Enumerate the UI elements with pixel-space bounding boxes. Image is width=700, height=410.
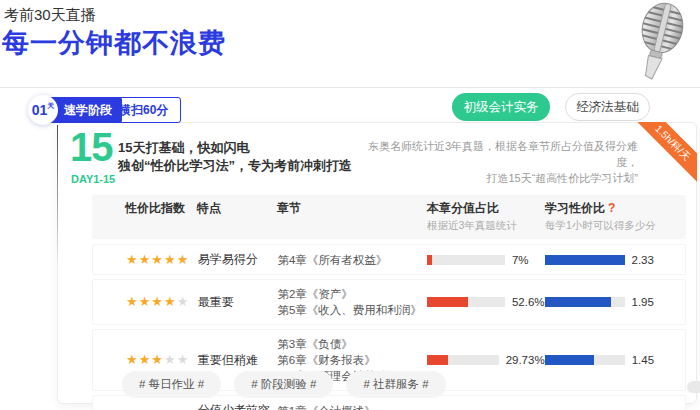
row-chapters: 第1章《会计概述》第8章《政府会计基础》 bbox=[277, 403, 426, 410]
score-share-value: 29.73% bbox=[506, 354, 545, 366]
ratio-bar bbox=[545, 297, 625, 307]
help-icon[interactable]: ? bbox=[608, 201, 615, 215]
header-index: 性价比指数 bbox=[125, 200, 197, 217]
page-subtitle: 考前30天直播 bbox=[4, 6, 96, 25]
score-share-value: 7% bbox=[512, 254, 529, 266]
table-row: ★★★★★ 最重要 第2章《资产》第5章《收入、费用和利润》 52.6% 1.9… bbox=[92, 279, 686, 325]
header-chapter: 章节 bbox=[277, 200, 427, 217]
tag-community-service[interactable]: # 社群服务 # bbox=[346, 371, 445, 398]
score-share-bar bbox=[427, 297, 505, 307]
row-chapters: 第4章《所有者权益》 bbox=[277, 252, 426, 268]
day-number: 15 bbox=[70, 125, 113, 170]
ratio-value: 2.33 bbox=[632, 254, 654, 266]
table-row: ★★★★★ 易学易得分 第4章《所有者权益》 7% 2.33 bbox=[92, 244, 686, 275]
corner-ribbon: 1.5h/科/天 bbox=[631, 122, 697, 188]
chapter-line: 第2章《资产》 bbox=[277, 286, 426, 302]
header-feature: 特点 bbox=[197, 200, 277, 217]
star-icon: ★ bbox=[164, 294, 177, 309]
tag-daily-homework[interactable]: # 每日作业 # bbox=[122, 371, 221, 398]
row-feature: 分值少考前突击 bbox=[198, 402, 278, 410]
star-icon: ★ bbox=[139, 352, 152, 367]
stage-unit: 天 bbox=[47, 101, 54, 111]
row-feature: 最重要 bbox=[198, 294, 278, 311]
stage-number-badge: 01天 bbox=[28, 95, 58, 125]
note-line: 打造15天“超高性价比学习计划” bbox=[358, 170, 638, 186]
header-ratio-sub: 每学1小时可以得多少分 bbox=[545, 219, 686, 233]
star-icon: ★ bbox=[126, 294, 139, 309]
score-share-value: 52.6% bbox=[512, 296, 545, 308]
star-icon: ★ bbox=[139, 294, 152, 309]
partial-element bbox=[687, 381, 700, 393]
service-tags: # 每日作业 # # 阶段测验 # # 社群服务 # bbox=[122, 371, 446, 398]
tab-subject-law[interactable]: 经济法基础 bbox=[565, 93, 650, 121]
star-rating: ★★★★★ bbox=[93, 353, 198, 367]
chapter-line: 第3章《负债》 bbox=[277, 336, 426, 352]
ribbon-label: 1.5h/科/天 bbox=[631, 122, 697, 186]
microphone-image bbox=[602, 0, 694, 84]
ratio-bar bbox=[545, 255, 625, 265]
star-icon: ★ bbox=[177, 294, 190, 309]
header-score-share: 本章分值占比 bbox=[427, 200, 545, 217]
ratio-value: 1.45 bbox=[632, 354, 654, 366]
star-icon: ★ bbox=[151, 252, 164, 267]
score-share-bar bbox=[427, 355, 499, 365]
card-note: 东奥名师统计近3年真题，根据各章节所占分值及得分难度， 打造15天“超高性价比学… bbox=[358, 138, 638, 186]
star-icon: ★ bbox=[126, 352, 139, 367]
star-icon: ★ bbox=[177, 352, 190, 367]
row-feature: 重要但稍难 bbox=[198, 352, 278, 369]
star-rating: ★★★★★ bbox=[93, 253, 198, 267]
page-title: 每一分钟都不浪费 bbox=[2, 25, 226, 61]
ratio-value: 1.95 bbox=[632, 296, 654, 308]
day-range: DAY1-15 bbox=[71, 173, 115, 185]
chapter-line: 第4章《所有者权益》 bbox=[277, 252, 426, 268]
star-icon: ★ bbox=[139, 252, 152, 267]
intro-line: 独创“性价比学习法”，专为考前冲刺打造 bbox=[118, 157, 352, 175]
chapter-line: 第5章《收入、费用和利润》 bbox=[277, 302, 426, 318]
star-rating: ★★★★★ bbox=[93, 295, 198, 309]
note-line: 东奥名师统计近3年真题，根据各章节所占分值及得分难度， bbox=[358, 138, 638, 170]
star-icon: ★ bbox=[126, 252, 139, 267]
header-score-share-sub: 根据近3年真题统计 bbox=[427, 219, 545, 233]
stage-number: 01 bbox=[32, 102, 48, 118]
star-icon: ★ bbox=[151, 294, 164, 309]
ratio-bar bbox=[545, 355, 625, 365]
star-icon: ★ bbox=[151, 352, 164, 367]
star-icon: ★ bbox=[177, 252, 190, 267]
intro-line: 15天打基础，快如闪电 bbox=[118, 139, 352, 157]
page: 考前30天直播 每一分钟都不浪费 01天 速学阶段 横扫60分 bbox=[0, 0, 700, 410]
row-chapters: 第2章《资产》第5章《收入、费用和利润》 bbox=[277, 286, 426, 318]
card-intro: 15天打基础，快如闪电 独创“性价比学习法”，专为考前冲刺打造 bbox=[118, 139, 352, 175]
tag-stage-test[interactable]: # 阶段测验 # bbox=[234, 371, 333, 398]
tab-subject-practice[interactable]: 初级会计实务 bbox=[452, 93, 550, 121]
score-share-bar bbox=[427, 255, 505, 265]
divider bbox=[0, 87, 700, 88]
header-ratio: 学习性价比 bbox=[545, 201, 605, 215]
star-icon: ★ bbox=[164, 252, 177, 267]
stage-card: 1.5h/科/天 15 DAY1-15 15天打基础，快如闪电 独创“性价比学习… bbox=[57, 122, 697, 404]
table-header: 性价比指数 特点 章节 本章分值占比 根据近3年真题统计 学习性价比? 每学1小… bbox=[92, 195, 686, 239]
row-feature: 易学易得分 bbox=[198, 251, 278, 268]
star-icon: ★ bbox=[164, 352, 177, 367]
chapter-line: 第1章《会计概述》 bbox=[277, 403, 426, 410]
chapter-line: 第6章《财务报表》 bbox=[277, 352, 426, 368]
